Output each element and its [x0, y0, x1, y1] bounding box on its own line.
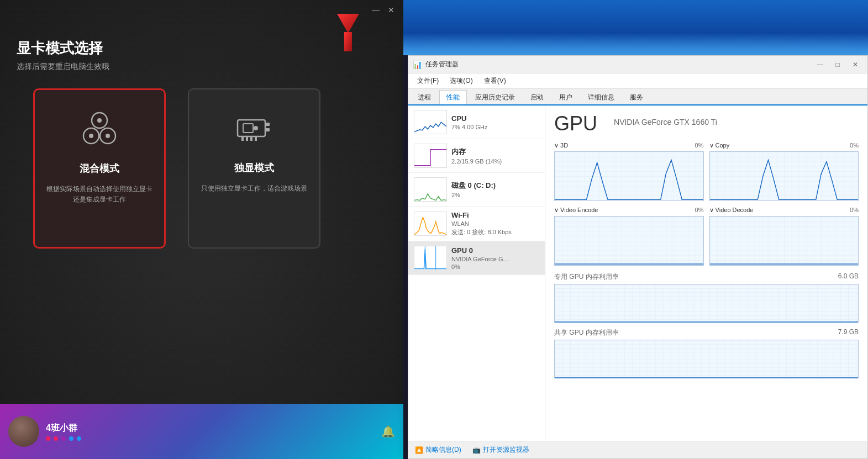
- shared-mem-chart: [554, 340, 859, 378]
- tm-menu-options[interactable]: 选项(O): [445, 75, 477, 87]
- svg-rect-26: [555, 284, 858, 323]
- task-manager-window: 📊 任务管理器 — □ ✕ 文件(F) 选项(O) 查看(V) 进程 性能 应用…: [408, 55, 868, 459]
- hybrid-mode-desc: 根据实际场景自动选择使用独立显卡还是集成显卡工作: [46, 184, 153, 205]
- sidebar-item-cpu[interactable]: CPU 7% 4.00 GHz: [408, 105, 545, 139]
- disk-sub: 2%: [451, 192, 539, 198]
- gpu-mode-panel: — ✕ 显卡模式选择 选择后需要重启电脑生效哦: [0, 0, 403, 459]
- chevron-up-icon: 🔼: [415, 446, 423, 454]
- gpu-decode-label: ∨ Video Decode 0%: [709, 207, 859, 214]
- sidebar-item-gpu[interactable]: GPU 0 NVIDIA GeForce G... 0%: [408, 241, 545, 275]
- dot-3: [61, 436, 66, 441]
- avatar: [8, 416, 39, 447]
- tm-maximize-button[interactable]: □: [830, 58, 845, 71]
- gpu-copy-chart: [709, 151, 859, 201]
- sidebar-item-disk[interactable]: 磁盘 0 (C: D:) 2%: [408, 173, 545, 207]
- bottom-notification-bar[interactable]: 4班小群 🔔: [0, 404, 403, 459]
- tab-users[interactable]: 用户: [552, 90, 580, 104]
- monitor-icon: 📺: [472, 446, 481, 454]
- svg-rect-12: [265, 128, 270, 131]
- tm-minimize-button[interactable]: —: [812, 58, 828, 71]
- discrete-mode-card[interactable]: 独显模式 只使用独立显卡工作，适合游戏场景: [188, 88, 320, 249]
- mode-cards-container: 混合模式 根据实际场景自动选择使用独立显卡还是集成显卡工作: [33, 88, 320, 249]
- shared-mem-label: 共享 GPU 内存利用率 7.9 GB: [554, 328, 859, 337]
- svg-rect-28: [555, 340, 858, 379]
- tab-services[interactable]: 服务: [623, 90, 650, 104]
- gpu-charts-grid: ∨ 3D 0%: [554, 142, 859, 266]
- svg-rect-16: [255, 136, 257, 141]
- minimize-button[interactable]: —: [368, 2, 383, 18]
- tm-close-button[interactable]: ✕: [848, 58, 863, 71]
- tab-startup[interactable]: 启动: [523, 90, 551, 104]
- dot-1: [46, 436, 50, 441]
- memory-sub: 2.2/15.9 GB (14%): [451, 158, 539, 165]
- svg-rect-14: [246, 136, 248, 141]
- svg-rect-1: [344, 32, 352, 51]
- gpu-decode-chart-block: ∨ Video Decode 0%: [709, 207, 859, 266]
- wifi-sub2: WLAN: [451, 220, 539, 227]
- tab-processes[interactable]: 进程: [411, 90, 438, 104]
- gpu-3d-chart-block: ∨ 3D 0%: [554, 142, 704, 201]
- tab-performance[interactable]: 性能: [439, 90, 467, 104]
- sidebar-item-wifi[interactable]: Wi-Fi WLAN 发送: 0 接收: 8.0 Kbps: [408, 207, 545, 241]
- desktop-background: [403, 0, 868, 55]
- close-button[interactable]: ✕: [383, 2, 399, 18]
- gpu-encode-label: ∨ Video Encode 0%: [554, 207, 704, 214]
- cpu-title: CPU: [451, 114, 539, 123]
- tm-window-icon: 📊: [413, 60, 422, 69]
- tm-sidebar: CPU 7% 4.00 GHz 内存 2.2/15.9 GB (14%): [408, 105, 545, 441]
- notification-icon[interactable]: 🔔: [381, 425, 395, 438]
- status-dots: [46, 436, 81, 441]
- dot-5: [77, 436, 81, 441]
- logo-area: [326, 11, 370, 55]
- wifi-title: Wi-Fi: [451, 211, 539, 219]
- tm-window-title: 任务管理器: [425, 60, 812, 69]
- gpu-big-title: GPU: [554, 112, 597, 135]
- gpu-info: GPU 0 NVIDIA GeForce G... 0%: [451, 246, 539, 270]
- gpu-encode-chart: [554, 216, 704, 266]
- panel-subtitle: 选择后需要重启电脑生效哦: [17, 62, 109, 72]
- gpu-encode-chart-block: ∨ Video Encode 0%: [554, 207, 704, 266]
- svg-rect-21: [555, 152, 703, 201]
- disk-mini-chart: [414, 177, 447, 202]
- gpu-copy-chart-block: ∨ Copy 0%: [709, 142, 859, 201]
- tm-titlebar: 📊 任务管理器 — □ ✕: [408, 56, 867, 73]
- hybrid-mode-card[interactable]: 混合模式 根据实际场景自动选择使用独立显卡还是集成显卡工作: [33, 88, 166, 249]
- discrete-mode-icon: [232, 106, 276, 150]
- avatar-image: [8, 416, 39, 447]
- tm-menu-file[interactable]: 文件(F): [413, 75, 443, 87]
- tm-menu-view[interactable]: 查看(V): [480, 75, 511, 87]
- sidebar-item-memory[interactable]: 内存 2.2/15.9 GB (14%): [408, 139, 545, 173]
- memory-title: 内存: [451, 147, 539, 157]
- summary-info-link[interactable]: 🔼 简略信息(D): [415, 445, 461, 455]
- gpu-3d-chart: [554, 151, 704, 201]
- open-resource-monitor-link[interactable]: 📺 打开资源监视器: [472, 445, 529, 455]
- tm-window-controls: — □ ✕: [812, 58, 863, 71]
- gpu-title: GPU 0: [451, 246, 539, 255]
- cpu-mini-chart: [414, 110, 447, 134]
- panel-title: 显卡模式选择: [17, 39, 103, 58]
- svg-point-7: [106, 134, 110, 138]
- svg-rect-18: [414, 246, 446, 270]
- gpu-sub: NVIDIA GeForce G...: [451, 256, 539, 262]
- group-info: 4班小群: [46, 423, 81, 441]
- tm-menubar: 文件(F) 选项(O) 查看(V): [408, 73, 867, 89]
- svg-marker-0: [337, 14, 359, 33]
- tm-footer: 🔼 简略信息(D) 📺 打开资源监视器: [408, 441, 867, 458]
- tab-app-history[interactable]: 应用历史记录: [468, 90, 522, 104]
- gpu-mini-chart: [414, 246, 447, 270]
- gpu-model-name: NVIDIA GeForce GTX 1660 Ti: [614, 118, 717, 126]
- svg-point-6: [89, 134, 93, 138]
- tab-details[interactable]: 详细信息: [581, 90, 622, 104]
- group-name: 4班小群: [46, 423, 81, 434]
- gpu-header: GPU NVIDIA GeForce GTX 1660 Ti: [554, 112, 859, 135]
- cpu-info: CPU 7% 4.00 GHz: [451, 114, 539, 130]
- gpu-decode-chart: [709, 216, 859, 266]
- gpu-pct: 0%: [451, 263, 539, 270]
- tm-gpu-detail: GPU NVIDIA GeForce GTX 1660 Ti ∨ 3D 0%: [545, 105, 867, 441]
- memory-info: 内存 2.2/15.9 GB (14%): [451, 147, 539, 165]
- hybrid-mode-title: 混合模式: [80, 162, 119, 175]
- svg-rect-23: [555, 217, 703, 265]
- dot-2: [54, 436, 58, 441]
- gpu-copy-label: ∨ Copy 0%: [709, 142, 859, 149]
- svg-rect-24: [710, 217, 859, 265]
